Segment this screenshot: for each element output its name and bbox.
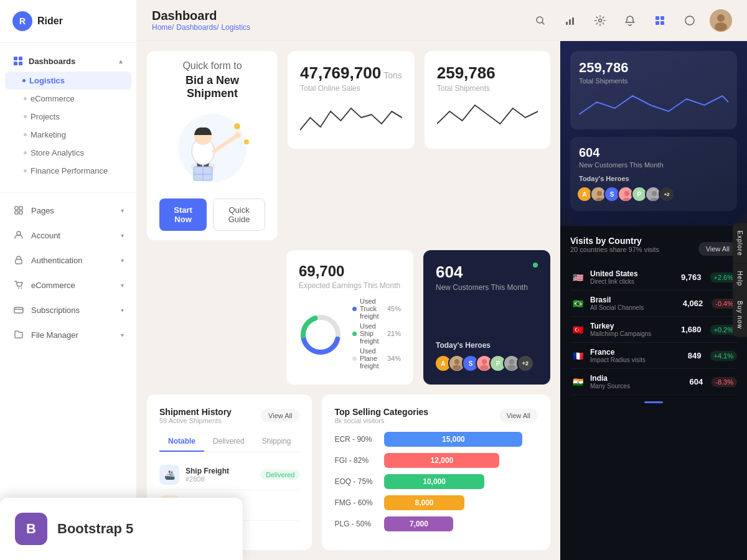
shipments-number: 259,786 bbox=[437, 63, 538, 83]
auth-icon bbox=[12, 254, 25, 266]
svg-rect-20 bbox=[655, 21, 659, 25]
sidebar-item-authentication[interactable]: Authentication ▾ bbox=[0, 248, 136, 273]
cat-label-plg: PLG - 50% bbox=[334, 520, 378, 528]
theme-toggle[interactable] bbox=[680, 11, 700, 30]
svg-rect-4 bbox=[15, 207, 18, 210]
svg-rect-5 bbox=[19, 207, 22, 210]
flag-india: 🇮🇳 bbox=[570, 377, 585, 387]
country-brasil: 🇧🇷 Brasil All Social Channels 4,062 -0.4… bbox=[570, 291, 737, 317]
sidebar-item-label: Logistics bbox=[29, 76, 65, 85]
start-now-button[interactable]: Start Now bbox=[159, 198, 207, 231]
avatar-more: +2 bbox=[517, 355, 534, 372]
cat-bar-plg: 7,000 bbox=[384, 516, 453, 531]
settings-button[interactable] bbox=[590, 11, 610, 30]
user-avatar[interactable] bbox=[710, 9, 732, 32]
dark-stat-label-2: New Customers This Month bbox=[579, 161, 728, 169]
svg-point-24 bbox=[715, 22, 727, 31]
customers-number: 604 bbox=[436, 263, 538, 282]
sidebar-item-label: Store Analytics bbox=[31, 148, 84, 157]
flag-france: 🇫🇷 bbox=[570, 351, 585, 361]
dashboards-icon bbox=[12, 55, 24, 67]
sidebar-item-pages[interactable]: Pages ▾ bbox=[0, 198, 136, 223]
flag-brasil: 🇧🇷 bbox=[570, 299, 585, 309]
country-name-india: India bbox=[590, 374, 685, 383]
grid-button[interactable] bbox=[650, 11, 670, 30]
analytics-button[interactable] bbox=[560, 11, 580, 30]
country-num-brasil: 4,062 bbox=[683, 299, 703, 308]
dashboards-section-header[interactable]: Dashboards ▲ bbox=[0, 50, 136, 72]
cat-items: ECR - 90% 15,000 FGI - 82% 12,000 bbox=[334, 432, 538, 531]
svg-rect-15 bbox=[569, 19, 571, 25]
donut-row: Used Truck freight 45% Used Ship freight… bbox=[299, 297, 401, 372]
breadcrumb-current: Logistics bbox=[221, 23, 250, 32]
auth-label: Authentication bbox=[31, 256, 82, 265]
quick-guide-button[interactable]: Quick Guide bbox=[213, 198, 265, 231]
country-us: 🇺🇸 United States Direct link clicks 9,76… bbox=[570, 264, 737, 291]
side-tab-help[interactable]: Help bbox=[733, 263, 747, 294]
legend-item-ship: Used Ship freight 21% bbox=[352, 322, 401, 345]
country-name-brasil: Brasil bbox=[590, 296, 678, 304]
country-info-france: France Impact Radius visits bbox=[590, 348, 683, 363]
svg-rect-12 bbox=[14, 307, 23, 313]
ship-info: Ship Freight #2808 bbox=[186, 467, 255, 483]
sidebar-item-file-manager[interactable]: File Manager ▾ bbox=[0, 322, 136, 347]
tab-shipping[interactable]: Shipping bbox=[253, 432, 300, 452]
svg-point-48 bbox=[507, 365, 516, 371]
dark-heroes: Today's Heroes A S P +2 bbox=[579, 175, 728, 202]
right-panel: 259,786 Total Shipments 604 New Customer… bbox=[560, 41, 747, 560]
dark-heroes-title: Today's Heroes bbox=[579, 175, 728, 182]
country-name-france: France bbox=[590, 348, 683, 357]
side-tab-buy-now[interactable]: Buy now bbox=[733, 294, 747, 337]
sidebar-logo[interactable]: R Rider bbox=[0, 0, 136, 43]
search-button[interactable] bbox=[530, 11, 550, 30]
breadcrumb-home: Home/ bbox=[152, 23, 174, 32]
ecommerce-icon bbox=[12, 279, 25, 291]
svg-rect-9 bbox=[16, 259, 22, 264]
visits-title-group: Visits by Country 20 countries share 97%… bbox=[570, 236, 659, 262]
side-tab-explore[interactable]: Explore bbox=[733, 223, 747, 264]
tab-notable[interactable]: Notable bbox=[159, 432, 204, 452]
hero-buttons: Start Now Quick Guide bbox=[159, 198, 265, 231]
svg-point-31 bbox=[235, 132, 241, 138]
svg-point-23 bbox=[717, 14, 725, 22]
pages-label: Pages bbox=[31, 206, 54, 215]
tab-delivered[interactable]: Delivered bbox=[204, 432, 253, 452]
visits-view-all-button[interactable]: View All bbox=[698, 242, 737, 256]
shipment-view-all-button[interactable]: View All bbox=[261, 409, 299, 422]
scroll-indicator bbox=[570, 401, 737, 403]
svg-rect-2 bbox=[14, 62, 17, 65]
country-france: 🇫🇷 France Impact Radius visits 849 +4.1% bbox=[570, 343, 737, 369]
change-france: +4.1% bbox=[710, 351, 738, 361]
sidebar-item-projects[interactable]: Projects bbox=[0, 108, 136, 126]
country-source-india: Many Sources bbox=[590, 383, 685, 390]
country-source-france: Impact Radius visits bbox=[590, 357, 683, 363]
svg-point-47 bbox=[509, 359, 515, 365]
svg-point-42 bbox=[453, 365, 461, 371]
dot bbox=[24, 97, 27, 100]
page-title: Dashboard bbox=[152, 9, 250, 23]
side-tabs: Explore Help Buy now bbox=[733, 223, 747, 337]
sidebar-item-subscriptions[interactable]: Subscriptions ▾ bbox=[0, 297, 136, 322]
cat-bar-bg-fgi: 12,000 bbox=[384, 453, 538, 468]
cat-bar-bg-eoq: 10,000 bbox=[384, 474, 538, 489]
subscriptions-icon bbox=[12, 304, 25, 316]
sidebar-item-ecommerce[interactable]: eCommerce bbox=[0, 90, 136, 108]
svg-point-45 bbox=[480, 365, 489, 371]
sidebar-item-marketing[interactable]: Marketing bbox=[0, 126, 136, 144]
notifications-button[interactable] bbox=[620, 11, 640, 30]
sales-label: Total Online Sales bbox=[300, 84, 402, 93]
dark-stat-num-1: 259,786 bbox=[579, 60, 728, 76]
legend-item-truck: Used Truck freight 45% bbox=[352, 297, 401, 320]
sidebar-item-finance[interactable]: Finance Performance bbox=[0, 162, 136, 180]
account-label: Account bbox=[31, 231, 60, 240]
sidebar-item-account[interactable]: Account ▾ bbox=[0, 223, 136, 248]
sidebar-item-logistics[interactable]: Logistics bbox=[5, 72, 131, 90]
customers-label: New Customers This Month bbox=[436, 283, 538, 292]
cat-header: Top Selling Categories 8k social visitor… bbox=[334, 407, 538, 424]
cat-label-ecr: ECR - 90% bbox=[334, 435, 378, 444]
cat-view-all-button[interactable]: View All bbox=[499, 409, 538, 422]
cat-bar-eoq: 10,000 bbox=[384, 474, 484, 489]
sidebar-item-store-analytics[interactable]: Store Analytics bbox=[0, 144, 136, 162]
sidebar-item-ecommerce-top[interactable]: eCommerce ▾ bbox=[0, 273, 136, 297]
pages-icon bbox=[12, 204, 25, 217]
